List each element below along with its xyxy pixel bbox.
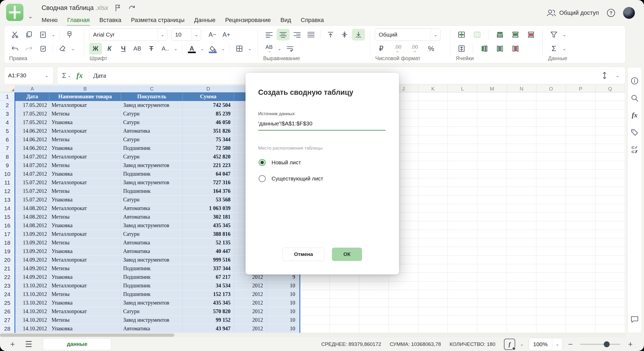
cell[interactable]: Упаковка xyxy=(49,221,121,230)
cell[interactable]: 52 135 xyxy=(183,238,234,247)
cell[interactable]: 67 217 xyxy=(183,273,234,281)
radio-unselected-icon[interactable] xyxy=(259,175,266,182)
cell[interactable]: 99 152 xyxy=(183,316,234,324)
cell[interactable]: 40 447 xyxy=(183,247,234,256)
cell[interactable]: 351 826 xyxy=(183,127,234,135)
row-header-6[interactable]: 6 xyxy=(0,135,15,144)
row-header-12[interactable]: 12 xyxy=(0,187,15,196)
column-header-O[interactable]: O xyxy=(536,85,566,92)
cell[interactable]: 337 344 xyxy=(183,264,234,273)
row-header-23[interactable]: 23 xyxy=(0,281,15,290)
cell[interactable]: 72 580 xyxy=(183,144,234,153)
row-header-9[interactable]: 9 xyxy=(0,161,15,170)
cell[interactable]: 452 820 xyxy=(183,153,234,161)
cell[interactable]: 85 239 xyxy=(183,110,234,118)
empty-cells[interactable] xyxy=(300,290,625,299)
row-header-17[interactable]: 17 xyxy=(0,230,15,238)
tag-icon[interactable] xyxy=(631,124,639,141)
name-box[interactable]: A1:F30 ⌄ xyxy=(4,67,54,84)
cell[interactable]: Металлопрокат xyxy=(49,256,121,264)
cell[interactable]: Металлопрокат xyxy=(49,307,121,316)
cell[interactable]: Металлопрокат xyxy=(49,178,121,187)
zoom-in-icon[interactable]: + xyxy=(626,340,634,349)
cell[interactable]: 1 063 039 xyxy=(183,204,234,213)
row-header-10[interactable]: 10 xyxy=(0,170,15,178)
cell[interactable]: Сатурн xyxy=(121,153,183,161)
cell[interactable]: 14.08.2012 xyxy=(15,221,49,230)
font-more-button[interactable]: А.. xyxy=(159,43,172,55)
cell[interactable]: 152 173 xyxy=(183,290,234,299)
row-header-22[interactable]: 22 xyxy=(0,273,15,281)
row-header-8[interactable]: 8 xyxy=(0,153,15,161)
cell[interactable]: Металлопрокат xyxy=(49,204,121,213)
cell[interactable]: 570 820 xyxy=(183,307,234,316)
cell[interactable]: 999 516 xyxy=(183,256,234,264)
user-avatar[interactable] xyxy=(623,7,635,19)
menu-item-insert[interactable]: Вставка xyxy=(99,17,121,24)
cell[interactable]: Сатурн xyxy=(121,196,183,204)
cell[interactable]: Подшипник xyxy=(121,144,183,153)
currency-ruble-button[interactable]: ₽ xyxy=(375,43,388,55)
merge-cells-icon[interactable] xyxy=(455,29,468,41)
cell[interactable]: 302 181 xyxy=(183,213,234,221)
strikethrough-button[interactable]: Т xyxy=(145,43,158,55)
undo-icon[interactable] xyxy=(9,43,21,55)
filter-icon[interactable] xyxy=(547,29,560,41)
caps-button[interactable]: АВ xyxy=(131,43,144,55)
share-button[interactable]: Общий доступ xyxy=(546,9,599,17)
cell[interactable]: 2012 xyxy=(234,324,267,333)
cell[interactable]: 10 xyxy=(267,324,300,333)
cell[interactable]: 15.07.2012 xyxy=(15,196,49,204)
cell[interactable]: Метизы xyxy=(49,135,121,144)
cell[interactable]: Завод инструментов xyxy=(121,299,183,307)
cell[interactable]: Сумма xyxy=(183,92,234,101)
cell[interactable]: 14.10.2012 xyxy=(15,316,49,324)
bold-button[interactable]: Ж xyxy=(89,43,102,55)
cell[interactable]: 13.09.2012 xyxy=(15,230,49,238)
cell[interactable]: Подшипник xyxy=(121,273,183,281)
wrap-text-icon[interactable] xyxy=(284,43,297,55)
borders-chevron-icon[interactable]: ⌄ xyxy=(247,46,253,52)
row-header-27[interactable]: 27 xyxy=(0,316,15,324)
row-header-18[interactable]: 18 xyxy=(0,238,15,247)
insert-column-left-icon[interactable] xyxy=(478,43,491,55)
data-source-input[interactable]: 'данные'!$A$1:$F$30 xyxy=(258,120,386,131)
cell[interactable]: 2012 xyxy=(234,316,267,324)
column-header-P[interactable]: P xyxy=(566,85,595,92)
autosum-button[interactable]: Σ xyxy=(547,43,560,55)
app-logo-icon[interactable] xyxy=(6,4,23,21)
cell[interactable]: Металлопрокат xyxy=(49,153,121,161)
ok-button[interactable]: ОК xyxy=(332,248,362,261)
cell[interactable]: 15.07.2012 xyxy=(15,187,49,196)
cell[interactable]: Сатурн xyxy=(121,110,183,118)
cell[interactable]: 14.08.2012 xyxy=(15,204,49,213)
cell[interactable]: 435 345 xyxy=(183,299,234,307)
cell[interactable]: Упаковка xyxy=(49,247,121,256)
radio-selected-icon[interactable] xyxy=(259,159,266,166)
cell[interactable]: 75 344 xyxy=(183,135,234,144)
cell[interactable]: Метизы xyxy=(49,161,121,170)
cell[interactable]: Упаковка xyxy=(49,196,121,204)
percent-button[interactable]: % xyxy=(425,43,438,55)
column-header-L[interactable]: L xyxy=(448,85,477,92)
cell[interactable]: Автоматика xyxy=(121,247,183,256)
cell[interactable]: 14.06.2012 xyxy=(15,135,49,144)
empty-cells[interactable] xyxy=(300,307,625,316)
align-right-icon[interactable] xyxy=(291,29,303,41)
align-left-icon[interactable] xyxy=(263,29,276,41)
increase-decimal-button[interactable]: .00→ xyxy=(408,43,421,55)
cell[interactable]: Сатурн xyxy=(121,230,183,238)
cell[interactable]: Подшипник xyxy=(121,170,183,178)
cell[interactable]: Автоматика xyxy=(121,238,183,247)
align-top-icon[interactable] xyxy=(324,29,337,41)
paste-icon[interactable] xyxy=(36,29,49,41)
menu-item-review[interactable]: Рецензирование xyxy=(225,17,271,24)
column-header-K[interactable]: K xyxy=(418,85,448,92)
cell[interactable]: 13.10.2012 xyxy=(15,281,49,290)
comments-icon[interactable] xyxy=(630,311,639,328)
column-header-N[interactable]: N xyxy=(507,85,536,92)
cell[interactable]: Завод инструментов xyxy=(121,178,183,187)
cell[interactable]: 17.05.2012 xyxy=(15,118,49,127)
cell[interactable]: 10 xyxy=(267,290,300,299)
functions-panel-icon[interactable]: fx xyxy=(632,107,638,124)
